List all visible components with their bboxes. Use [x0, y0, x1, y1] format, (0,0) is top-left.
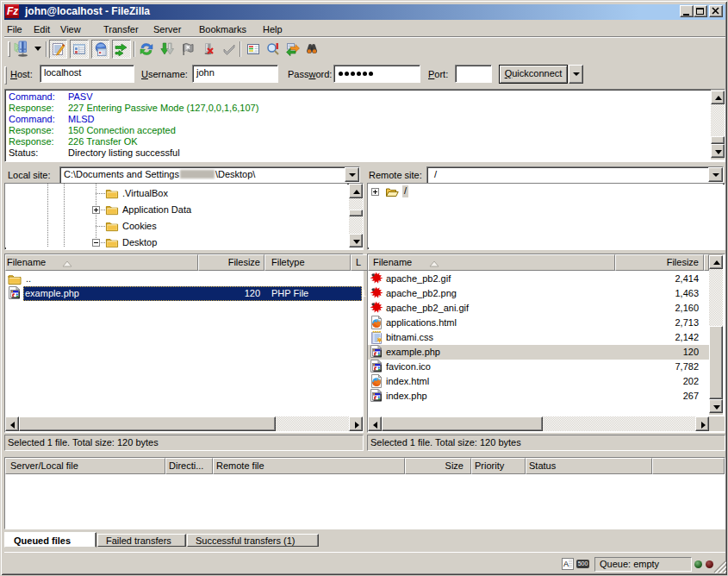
svg-text:A: A — [563, 560, 569, 568]
svg-text:Fz: Fz — [7, 5, 18, 17]
